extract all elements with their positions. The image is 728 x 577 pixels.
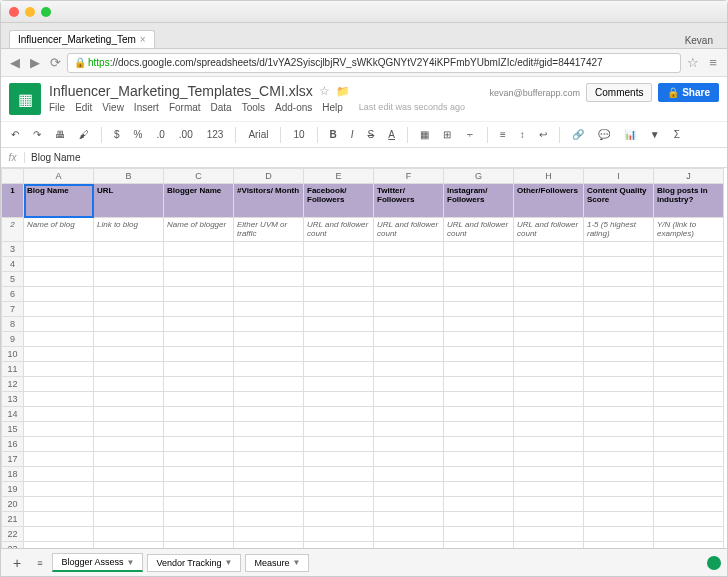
italic-icon[interactable]: I [347, 127, 358, 142]
folder-icon[interactable]: 📁 [336, 85, 350, 98]
cell[interactable] [584, 317, 654, 332]
cell[interactable] [374, 422, 444, 437]
number-format-tool[interactable]: 123 [203, 127, 228, 142]
cell[interactable] [94, 377, 164, 392]
row-number[interactable]: 20 [2, 497, 24, 512]
cell[interactable] [584, 452, 654, 467]
font-size-tool[interactable]: 10 [289, 127, 308, 142]
cell[interactable] [514, 287, 584, 302]
cell[interactable] [304, 347, 374, 362]
borders-icon[interactable]: ⊞ [439, 127, 455, 142]
cell[interactable] [654, 437, 724, 452]
cell[interactable] [304, 392, 374, 407]
header-cell[interactable]: Blog posts in industry? [654, 184, 724, 218]
back-icon[interactable]: ◀ [7, 55, 23, 71]
cell[interactable] [234, 317, 304, 332]
cell[interactable] [654, 392, 724, 407]
add-sheet-button[interactable]: + [7, 553, 27, 573]
row-number[interactable]: 23 [2, 542, 24, 549]
cell[interactable] [24, 377, 94, 392]
cell[interactable] [164, 542, 234, 549]
cell[interactable] [654, 242, 724, 257]
cell[interactable] [374, 347, 444, 362]
cell[interactable] [24, 287, 94, 302]
cell[interactable] [374, 377, 444, 392]
cell[interactable] [374, 497, 444, 512]
cell[interactable] [374, 452, 444, 467]
filter-icon[interactable]: ▼ [646, 127, 664, 142]
comments-button[interactable]: Comments [586, 83, 652, 102]
col-header[interactable]: D [234, 169, 304, 184]
cell[interactable] [514, 407, 584, 422]
cell[interactable] [164, 407, 234, 422]
cell[interactable] [374, 272, 444, 287]
header-cell[interactable]: Other/Followers [514, 184, 584, 218]
cell[interactable] [374, 527, 444, 542]
row-number[interactable]: 3 [2, 242, 24, 257]
cell[interactable] [584, 422, 654, 437]
sheet-tab[interactable]: Blogger Assess▼ [52, 553, 143, 572]
cell[interactable] [654, 347, 724, 362]
cell[interactable] [584, 467, 654, 482]
cell[interactable] [234, 467, 304, 482]
header-cell[interactable]: Blogger Name [164, 184, 234, 218]
cell[interactable] [444, 377, 514, 392]
cell[interactable] [374, 437, 444, 452]
bookmark-icon[interactable]: ☆ [685, 55, 701, 71]
row-number[interactable]: 22 [2, 527, 24, 542]
cell[interactable] [374, 512, 444, 527]
cell[interactable] [24, 422, 94, 437]
cell[interactable] [444, 527, 514, 542]
cell[interactable] [444, 452, 514, 467]
close-icon[interactable] [9, 7, 19, 17]
cell[interactable] [444, 542, 514, 549]
desc-cell[interactable]: URL and follower count [514, 218, 584, 242]
cell[interactable] [24, 242, 94, 257]
chevron-down-icon[interactable]: ▼ [224, 558, 232, 567]
bold-icon[interactable]: B [326, 127, 341, 142]
cell[interactable] [514, 272, 584, 287]
cell[interactable] [94, 392, 164, 407]
cell[interactable] [654, 257, 724, 272]
cell[interactable] [234, 347, 304, 362]
cell[interactable] [514, 527, 584, 542]
cell[interactable] [234, 272, 304, 287]
cell[interactable] [304, 467, 374, 482]
valign-icon[interactable]: ↕ [516, 127, 529, 142]
cell[interactable] [164, 362, 234, 377]
cell[interactable] [584, 242, 654, 257]
cell[interactable] [24, 302, 94, 317]
cell[interactable] [164, 512, 234, 527]
cell[interactable] [94, 347, 164, 362]
cell[interactable] [514, 437, 584, 452]
text-color-icon[interactable]: A [384, 127, 399, 142]
cell[interactable] [374, 302, 444, 317]
cell[interactable] [164, 287, 234, 302]
cell[interactable] [234, 242, 304, 257]
cell[interactable] [584, 257, 654, 272]
cell[interactable] [94, 527, 164, 542]
cell[interactable] [304, 527, 374, 542]
cell[interactable] [164, 302, 234, 317]
row-number[interactable]: 15 [2, 422, 24, 437]
cell[interactable] [304, 422, 374, 437]
cell[interactable] [234, 362, 304, 377]
cell[interactable] [584, 347, 654, 362]
cell[interactable] [654, 407, 724, 422]
font-family-tool[interactable]: Arial [244, 127, 272, 142]
cell[interactable] [94, 437, 164, 452]
cell[interactable] [374, 482, 444, 497]
merge-icon[interactable]: ⫟ [461, 127, 479, 142]
cell[interactable] [654, 482, 724, 497]
cell[interactable] [304, 257, 374, 272]
cell[interactable] [584, 512, 654, 527]
cell[interactable] [94, 512, 164, 527]
row-number[interactable]: 5 [2, 272, 24, 287]
cell[interactable] [304, 287, 374, 302]
sheets-logo-icon[interactable]: ▦ [9, 83, 41, 115]
cell[interactable] [514, 347, 584, 362]
cell[interactable] [514, 332, 584, 347]
undo-icon[interactable]: ↶ [7, 127, 23, 142]
cell[interactable] [654, 512, 724, 527]
cell[interactable] [374, 332, 444, 347]
